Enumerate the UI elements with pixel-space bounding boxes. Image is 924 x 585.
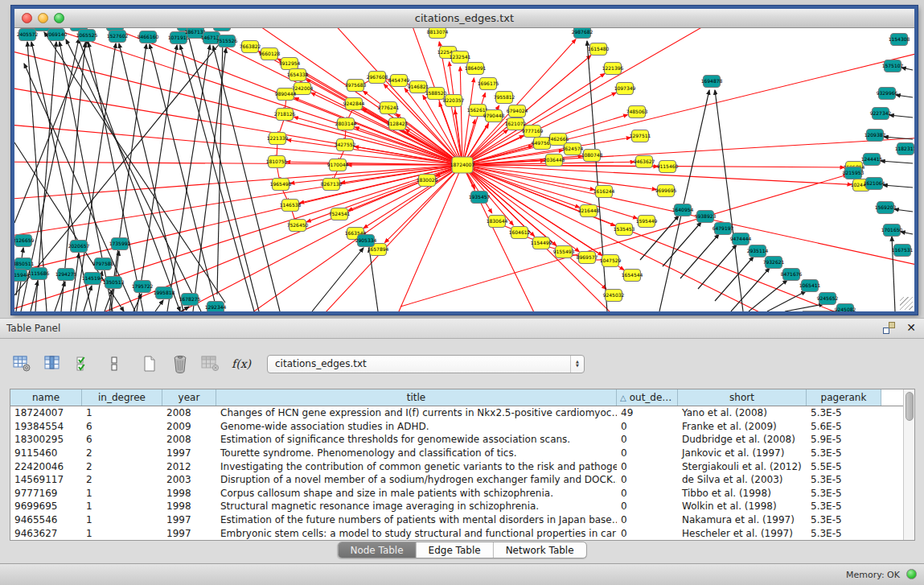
- table-row[interactable]: 1938455462009Genome-wide association stu…: [10, 420, 914, 434]
- column-header-label: short: [729, 392, 754, 403]
- graph-node-label: 1654544: [622, 272, 643, 278]
- minimize-button[interactable]: [38, 13, 48, 23]
- graph-node-label: 1604612: [509, 229, 531, 235]
- cell-title: Corpus callosum shape and size in male p…: [216, 488, 617, 499]
- cell-title: Tourette syndrome. Phenomenology and cla…: [216, 447, 617, 459]
- cell-out_de: 0: [617, 434, 678, 445]
- cell-out_de: 49: [617, 407, 678, 418]
- graph-node-label: 1795722: [132, 283, 154, 289]
- table-row[interactable]: 977716911998Corpus callosum shape and si…: [10, 487, 914, 501]
- table-row[interactable]: 1456911722003Disruption of a novel membe…: [10, 473, 914, 487]
- cell-name: 22420046: [10, 461, 82, 472]
- graph-node-label: 7663822: [240, 43, 261, 49]
- status-bar: Memory: OK: [0, 563, 924, 585]
- column-header-short[interactable]: short: [678, 389, 807, 406]
- graph-node-label: 7524541: [329, 211, 351, 216]
- cell-short: Stergiakouli et al. (2012): [678, 461, 807, 472]
- column-header-label: year: [179, 392, 200, 403]
- graph-node-label: 1696175: [478, 80, 499, 86]
- table-row[interactable]: 1830029562008Estimation of significance …: [10, 433, 914, 447]
- graph-node-label: 2967608: [367, 74, 388, 80]
- select-columns-button[interactable]: [72, 352, 95, 375]
- cell-year: 2003: [162, 474, 216, 485]
- row-grip-button[interactable]: [103, 352, 125, 375]
- toggle-column-button[interactable]: [42, 352, 64, 375]
- window-title-bar[interactable]: citations_edges.txt: [14, 9, 914, 28]
- table-row[interactable]: 911546021997Tourette syndrome. Phenomeno…: [10, 447, 914, 460]
- scrollbar-thumb[interactable]: [906, 392, 914, 421]
- graph-node-label: 2718126: [274, 111, 296, 117]
- cell-in_degree: 2: [82, 447, 162, 459]
- graph-node-label: 1065525: [76, 32, 98, 38]
- graph-node-label: 7515526: [216, 38, 238, 43]
- graph-node-label: 6794024: [507, 108, 528, 113]
- dropdown-stepper-icon: ▲▼: [570, 356, 584, 373]
- column-header-label: out_de…: [630, 392, 672, 403]
- table-row[interactable]: 946554611997Estimation of the future num…: [10, 513, 914, 527]
- cell-year: 1997: [162, 447, 216, 459]
- column-header-name[interactable]: name: [10, 389, 82, 406]
- graph-node-label: 9660128: [259, 51, 281, 56]
- graph-node-label: 1595449: [636, 218, 658, 224]
- network-canvas[interactable]: 1003314185905420832131366144184430224055…: [14, 28, 914, 311]
- graph-node-label: 8215953: [843, 170, 864, 175]
- cell-name: 9777169: [10, 488, 82, 499]
- window-title: citations_edges.txt: [14, 9, 914, 27]
- graph-node-label: 1621064: [864, 180, 885, 186]
- tab-network-table[interactable]: Network Table: [494, 542, 586, 558]
- table-scrollbar[interactable]: [903, 389, 914, 540]
- cell-name: 9699695: [10, 501, 82, 512]
- create-table-button[interactable]: [11, 352, 34, 375]
- table-row[interactable]: 1872400712008Changes of HCN gene express…: [10, 406, 914, 420]
- cell-name: 9463627: [10, 528, 82, 539]
- cell-out_de: 0: [617, 528, 678, 539]
- cell-out_de: 0: [617, 447, 678, 459]
- cell-short: Wolkin et al. (1998): [678, 501, 807, 512]
- cell-pagerank: 5.3E-5: [807, 501, 881, 512]
- column-header-year[interactable]: year: [162, 389, 216, 406]
- graph-node[interactable]: [214, 28, 231, 31]
- import-table-button[interactable]: [199, 352, 222, 375]
- graph-node-label: 7526450: [287, 222, 309, 228]
- graph-node-label: 3427552: [335, 142, 356, 147]
- graph-node-label: 1615480: [588, 46, 610, 51]
- graph-node-label: 9245032: [603, 292, 625, 298]
- table-row[interactable]: 2242004622012Investigating the contribut…: [10, 459, 914, 473]
- close-button[interactable]: [22, 13, 32, 23]
- cell-title: Structural magnetic resonance image aver…: [216, 501, 617, 512]
- delete-table-button[interactable]: [169, 352, 191, 375]
- float-window-icon: [883, 328, 889, 334]
- graph-node-label: 1640954: [672, 207, 694, 212]
- graph-node-label: 2935114: [747, 248, 769, 253]
- graph-node-label: 1701650: [881, 227, 903, 233]
- float-panel-button[interactable]: [883, 322, 895, 334]
- column-header-in_degree[interactable]: in_degree: [82, 389, 162, 406]
- window-resize-grip[interactable]: [900, 297, 913, 310]
- table-header-row: namein_degreeyeartitle△out_de…shortpager…: [10, 389, 914, 406]
- table-dropdown[interactable]: citations_edges.txt ▲▼: [267, 355, 585, 373]
- column-header-out_de[interactable]: △out_de…: [617, 389, 678, 406]
- column-header-pagerank[interactable]: pagerank: [807, 389, 881, 406]
- function-builder-button[interactable]: f(x): [230, 352, 253, 375]
- column-header-label: title: [407, 392, 425, 403]
- tab-node-table[interactable]: Node Table: [338, 542, 416, 558]
- close-panel-button[interactable]: ✕: [906, 322, 916, 334]
- table-row[interactable]: 969969511998Structural magnetic resonanc…: [10, 500, 914, 513]
- zoom-button[interactable]: [54, 13, 64, 23]
- graph-node-label: 1735992: [109, 241, 131, 246]
- cell-name: 9115460: [10, 447, 82, 459]
- table-row[interactable]: 946362711997Embryonic stem cells: a mode…: [10, 526, 914, 540]
- new-document-button[interactable]: [138, 352, 161, 375]
- graph-node-label: 2776241: [378, 105, 400, 110]
- tab-edge-table[interactable]: Edge Table: [417, 542, 494, 558]
- cell-title: Disruption of a novel member of a sodium…: [216, 474, 617, 485]
- graph-node-label: 8471676: [781, 271, 803, 277]
- graph-node-label: 1071915: [168, 35, 190, 40]
- column-header-title[interactable]: title: [216, 389, 617, 406]
- cell-out_de: 0: [617, 488, 678, 499]
- cell-year: 2012: [162, 461, 216, 472]
- cell-short: Nakamura et al. (1997): [678, 514, 807, 525]
- cell-title: Embryonic stem cells: a model to study s…: [216, 528, 617, 539]
- fx-icon: f(x): [232, 357, 251, 370]
- graph-node-label: 3975683: [345, 82, 367, 88]
